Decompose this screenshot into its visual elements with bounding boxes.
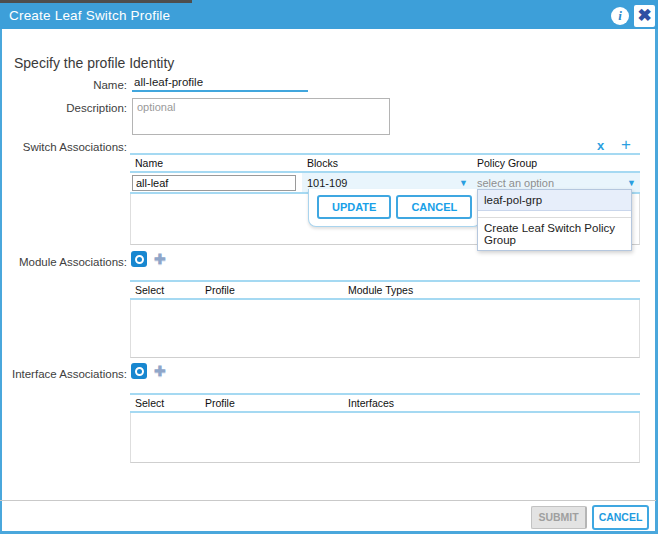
footer-divider	[0, 500, 656, 501]
row-edit-popup: UPDATECANCEL	[308, 189, 481, 227]
interface-associations-label: Interface Associations:	[0, 368, 127, 380]
name-label: Name:	[0, 79, 127, 91]
module-associations-header: Select Profile Module Types	[130, 280, 640, 300]
close-icon: ✖	[634, 5, 655, 26]
module-associations-label: Module Associations:	[0, 256, 127, 268]
add-icon[interactable]: +	[621, 135, 631, 155]
chevron-down-icon: ▼	[627, 178, 636, 188]
column-header-select: Select	[130, 282, 200, 298]
column-header-name: Name	[130, 155, 302, 171]
column-header-select: Select	[130, 395, 200, 411]
submit-button[interactable]: SUBMIT	[531, 506, 587, 529]
name-field[interactable]	[132, 73, 308, 92]
column-header-profile: Profile	[200, 395, 343, 411]
refresh-ring	[135, 367, 144, 376]
column-header-blocks: Blocks	[302, 155, 472, 171]
column-header-interfaces: Interfaces	[343, 395, 640, 411]
refresh-ring	[135, 255, 144, 264]
policy-group-placeholder: select an option	[477, 177, 554, 189]
interface-associations-table: Select Profile Interfaces	[130, 393, 640, 463]
close-button[interactable]: ✖	[634, 5, 655, 27]
module-associations-table: Select Profile Module Types	[130, 280, 640, 358]
column-header-profile: Profile	[200, 282, 343, 298]
dialog-titlebar: Create Leaf Switch Profile	[0, 3, 658, 29]
list-item-create-policy-group[interactable]: Create Leaf Switch Policy Group	[478, 218, 631, 250]
page-title: Specify the profile Identity	[14, 55, 174, 71]
interface-associations-empty-area	[130, 413, 640, 463]
add-icon[interactable]: ✚	[154, 251, 166, 267]
switch-associations-label: Switch Associations:	[0, 141, 127, 153]
column-header-policy-group: Policy Group	[472, 155, 640, 171]
dialog-border-bottom	[0, 531, 658, 534]
cancel-button[interactable]: CANCEL	[592, 505, 649, 530]
dialog-title: Create Leaf Switch Profile	[9, 8, 170, 23]
switch-associations-header: Name Blocks Policy Group	[130, 153, 640, 173]
cancel-row-button[interactable]: CANCEL	[396, 195, 472, 219]
blocks-value: 101-109	[307, 177, 347, 189]
list-divider	[478, 211, 631, 218]
switch-name-input[interactable]	[132, 175, 296, 191]
interface-associations-header: Select Profile Interfaces	[130, 393, 640, 413]
description-label: Description:	[0, 102, 127, 114]
switch-name-cell	[130, 173, 302, 192]
info-icon[interactable]: i	[611, 7, 629, 25]
description-field[interactable]	[132, 98, 390, 135]
list-item-leaf-pol-grp[interactable]: leaf-pol-grp	[478, 190, 631, 211]
clear-icon[interactable]: x	[597, 138, 604, 153]
column-header-module-types: Module Types	[343, 282, 640, 298]
update-button[interactable]: UPDATE	[317, 195, 391, 219]
policy-group-options-list: leaf-pol-grp Create Leaf Switch Policy G…	[477, 189, 632, 251]
chevron-down-icon: ▼	[459, 178, 468, 188]
create-leaf-switch-profile-dialog: Create Leaf Switch Profile i ✖ Specify t…	[0, 0, 658, 540]
refresh-icon[interactable]	[131, 251, 147, 267]
module-associations-empty-area	[130, 300, 640, 358]
refresh-icon[interactable]	[131, 363, 147, 379]
add-icon[interactable]: ✚	[154, 363, 166, 379]
